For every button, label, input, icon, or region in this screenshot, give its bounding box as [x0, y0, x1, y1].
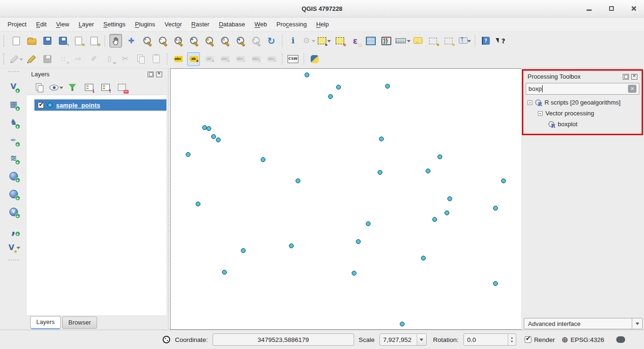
save-project-as-button[interactable]: ✎: [57, 34, 69, 48]
zoom-in-button[interactable]: +: [140, 34, 153, 48]
help-contents-button[interactable]: ?: [479, 34, 492, 48]
interface-mode-select[interactable]: Advanced interface: [524, 318, 643, 329]
add-spatialite-layer-button[interactable]: ✒+: [7, 133, 20, 147]
menu-web[interactable]: Web: [250, 19, 272, 30]
manage-layer-visibility-button[interactable]: [50, 81, 62, 94]
tree-item-vector-processing[interactable]: Vector processing: [523, 108, 642, 119]
zoom-last-button[interactable]: ◀: [234, 34, 247, 48]
identify-features-button[interactable]: ℹ: [287, 34, 299, 48]
add-wms-layer-button[interactable]: +: [7, 187, 20, 201]
zoom-to-layer-button[interactable]: ▤: [218, 34, 231, 48]
panel-float-icon[interactable]: [148, 72, 154, 77]
messages-icon[interactable]: [616, 336, 625, 343]
expand-all-button[interactable]: ↓: [83, 81, 95, 94]
measure-button[interactable]: [396, 34, 408, 48]
map-canvas[interactable]: [170, 68, 521, 330]
tree-item-boxplot[interactable]: Rboxplot: [523, 119, 642, 130]
spin-down-icon[interactable]: ▼: [511, 340, 513, 343]
menu-vector[interactable]: Vector: [160, 19, 187, 30]
open-attribute-table-button[interactable]: [364, 34, 377, 48]
chevron-down-icon[interactable]: [16, 245, 20, 250]
collapse-expander-icon[interactable]: [538, 111, 543, 116]
composer-manager-button[interactable]: ⚙: [88, 34, 100, 48]
text-annotation-button[interactable]: T: [458, 34, 471, 48]
new-shapefile-layer-button[interactable]: V✱: [7, 241, 20, 254]
chevron-down-icon[interactable]: [632, 318, 642, 329]
label-pin-button[interactable]: ab●: [187, 52, 200, 66]
python-console-button[interactable]: [308, 52, 321, 66]
mouse-position-icon[interactable]: [163, 336, 170, 343]
add-raster-layer-button[interactable]: ▦+: [7, 97, 20, 111]
whats-this-button[interactable]: ?: [495, 34, 508, 48]
metasearch-csw-button[interactable]: CSW: [287, 52, 299, 66]
menu-database[interactable]: Database: [214, 19, 250, 30]
deselect-features-button[interactable]: ⊘: [333, 34, 346, 48]
close-button[interactable]: [630, 6, 636, 12]
rotation-spinbox[interactable]: 0.0 ▲▼: [463, 333, 516, 346]
panel-close-icon[interactable]: [156, 72, 162, 77]
scale-combo[interactable]: 7,927,952: [380, 333, 427, 346]
layer-labeling-button[interactable]: abc: [172, 52, 184, 66]
open-project-button[interactable]: [25, 34, 38, 48]
add-postgis-layer-button[interactable]: ♞+: [7, 115, 20, 129]
menu-view[interactable]: View: [51, 19, 74, 30]
refresh-map-button[interactable]: ↻: [265, 34, 278, 48]
pan-map-button[interactable]: [109, 34, 122, 48]
processing-search-input[interactable]: boxp ✕: [526, 83, 639, 95]
menu-plugins[interactable]: Plugins: [130, 19, 160, 30]
show-bookmarks-button[interactable]: ✱: [442, 34, 455, 48]
chevron-down-icon[interactable]: [467, 39, 471, 43]
tab-browser[interactable]: Browser: [62, 317, 97, 329]
panel-splitter[interactable]: [166, 68, 170, 330]
add-mssql-layer-button[interactable]: ≋+: [7, 151, 20, 165]
menu-project[interactable]: Project: [3, 19, 31, 30]
map-tips-button[interactable]: [411, 34, 424, 48]
zoom-out-button[interactable]: −: [156, 34, 169, 48]
layer-item-sample-points[interactable]: ✔ sample_points: [34, 99, 166, 111]
crs-status-button[interactable]: ⊕ EPSG:4326: [561, 336, 604, 344]
spin-up-icon[interactable]: ▲: [511, 336, 513, 339]
new-bookmark-button[interactable]: ✱: [427, 34, 439, 48]
toggle-editing-button[interactable]: [25, 52, 38, 66]
select-features-button[interactable]: ➤: [318, 34, 330, 48]
tree-item-r-scripts-20-geoalgorithms[interactable]: RR scripts [20 geoalgorithms]: [523, 97, 642, 108]
layer-checkbox[interactable]: ✔: [38, 102, 44, 108]
maximize-button[interactable]: [608, 6, 614, 12]
add-vector-layer-button[interactable]: V+: [7, 80, 20, 93]
zoom-to-selection-button[interactable]: ▣: [203, 34, 215, 48]
add-wfs-layer-button[interactable]: V+: [7, 205, 20, 219]
field-calculator-button[interactable]: [380, 34, 393, 48]
chevron-down-icon[interactable]: [327, 39, 330, 43]
chevron-down-icon[interactable]: [406, 39, 408, 43]
zoom-native-button[interactable]: 1:1: [172, 34, 184, 48]
coordinate-input[interactable]: 3479523,5886179: [213, 333, 354, 346]
menu-raster[interactable]: Raster: [187, 19, 214, 30]
chevron-down-icon[interactable]: [19, 57, 23, 61]
collapse-expander-icon[interactable]: [528, 100, 532, 105]
chevron-down-icon[interactable]: [311, 39, 315, 43]
menu-settings[interactable]: Settings: [99, 19, 130, 30]
menu-edit[interactable]: Edit: [31, 19, 51, 30]
spin-arrows[interactable]: ▲▼: [508, 334, 516, 345]
new-project-button[interactable]: [10, 34, 23, 48]
open-layer-styling-button[interactable]: [33, 81, 46, 94]
clear-search-icon[interactable]: ✕: [628, 85, 636, 93]
new-print-composer-button[interactable]: ✱: [72, 34, 85, 48]
chevron-down-icon[interactable]: [59, 85, 62, 89]
menu-processing[interactable]: Processing: [272, 19, 311, 30]
filter-legend-button[interactable]: [66, 81, 79, 94]
tab-layers[interactable]: Layers: [30, 316, 61, 329]
menu-help[interactable]: Help: [312, 19, 334, 30]
chevron-down-icon[interactable]: [417, 334, 426, 345]
add-delimited-text-layer-button[interactable]: ,+: [7, 223, 20, 236]
panel-float-icon[interactable]: [623, 74, 629, 80]
render-checkbox[interactable]: ✔ Render: [525, 336, 555, 343]
collapse-all-button[interactable]: ↑: [99, 81, 112, 94]
panel-close-icon[interactable]: [631, 74, 637, 80]
zoom-full-button[interactable]: ✚: [187, 34, 200, 48]
select-by-expression-button[interactable]: ε▢: [349, 34, 362, 48]
menu-layer[interactable]: Layer: [74, 19, 99, 30]
add-oracle-layer-button[interactable]: +: [7, 169, 20, 183]
remove-layer-button[interactable]: −: [116, 81, 128, 94]
save-project-button[interactable]: [41, 34, 54, 48]
